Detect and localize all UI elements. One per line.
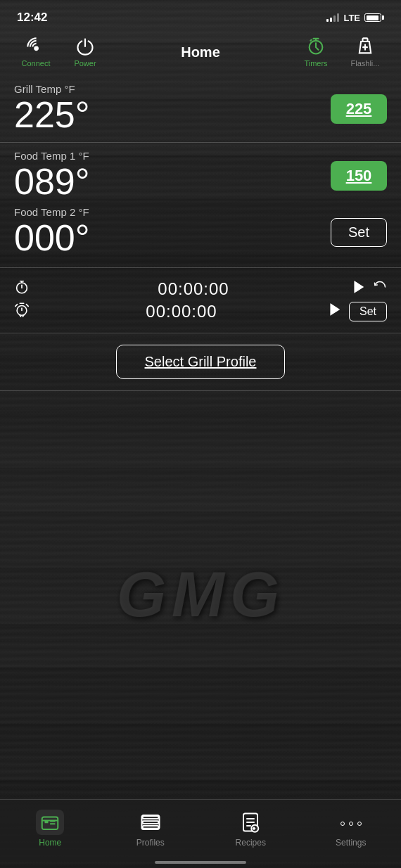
timer1-reset-button[interactable]	[373, 280, 387, 298]
nav-flashlight[interactable]: Flashli...	[340, 37, 390, 68]
battery-icon	[364, 13, 384, 22]
tab-recipes-label: Recipes	[236, 838, 266, 848]
signal-icon	[326, 13, 339, 22]
food-temp-section: Food Temp 1 °F 089° 150 Food Temp 2 °F 0…	[0, 143, 401, 267]
food-temp1-label: Food Temp 1 °F	[14, 150, 90, 162]
connect-label: Connect	[22, 59, 51, 68]
status-bar: 12:42 LTE	[0, 0, 401, 31]
svg-marker-4	[355, 282, 363, 293]
tab-bar: Home Profiles	[0, 799, 401, 862]
food-temp1-set-button[interactable]: 150	[331, 161, 387, 191]
timer2-row: 00:00:00 Set	[14, 302, 387, 321]
timer1-controls	[352, 280, 387, 298]
food-temp1-value: 089°	[14, 162, 90, 202]
svg-point-0	[34, 47, 38, 51]
food-temp2-row: Food Temp 2 °F 000° Set	[14, 206, 387, 258]
grill-temp-set-button[interactable]: 225	[331, 94, 387, 124]
svg-rect-10	[50, 823, 56, 824]
tab-profiles[interactable]: Profiles	[101, 807, 201, 850]
home-indicator	[0, 862, 401, 868]
alarm-icon	[14, 302, 35, 321]
lte-label: LTE	[343, 13, 360, 23]
status-icons: LTE	[326, 13, 384, 23]
timer1-row: 00:00:00	[14, 279, 387, 299]
select-grill-profile-button[interactable]: Select Grill Profile	[116, 345, 286, 379]
timers-label: Timers	[304, 59, 327, 68]
timer2-set-button[interactable]: Set	[349, 302, 387, 321]
tab-profiles-label: Profiles	[136, 838, 165, 848]
logo-area: GMG	[0, 391, 401, 799]
tab-settings-label: Settings	[336, 838, 366, 848]
svg-rect-7	[42, 817, 58, 830]
svg-rect-12	[143, 821, 159, 824]
timer2-controls: Set	[328, 302, 387, 321]
timer1-value: 00:00:00	[35, 279, 352, 299]
tab-home-label: Home	[39, 838, 61, 848]
timer1-play-button[interactable]	[352, 280, 366, 298]
timer-section: 00:00:00	[0, 268, 401, 333]
status-time: 12:42	[17, 11, 47, 25]
grill-temp-section: Grill Temp °F 225° 225	[0, 76, 401, 143]
tab-home[interactable]: Home	[0, 807, 101, 850]
power-label: Power	[74, 59, 96, 68]
food-temp2-label: Food Temp 2 °F	[14, 206, 90, 218]
svg-rect-13	[143, 826, 159, 829]
page-title: Home	[110, 44, 291, 60]
svg-rect-14	[141, 815, 159, 829]
nav-timers[interactable]: Timers	[291, 37, 340, 68]
flashlight-label: Flashli...	[351, 59, 380, 68]
grill-temp-label: Grill Temp °F	[14, 83, 90, 95]
nav-connect[interactable]: Connect	[11, 37, 61, 68]
top-nav: Connect Power Home Timers	[0, 31, 401, 76]
timer2-play-button[interactable]	[328, 302, 342, 320]
gmg-logo: GMG	[115, 559, 286, 632]
profile-section: Select Grill Profile	[0, 333, 401, 391]
food-temp2-value: 000°	[14, 218, 90, 258]
grill-temp-value: 225°	[14, 95, 90, 135]
home-bar	[155, 861, 246, 864]
svg-rect-11	[143, 816, 159, 819]
nav-power[interactable]: Power	[61, 37, 110, 68]
stopwatch-icon	[14, 279, 35, 298]
tab-settings[interactable]: Settings	[301, 807, 402, 850]
svg-marker-6	[331, 305, 339, 315]
food-temp2-set-button[interactable]: Set	[331, 218, 387, 247]
tab-recipes[interactable]: Recipes	[200, 807, 301, 850]
timer2-value: 00:00:00	[35, 302, 328, 321]
food-temp1-row: Food Temp 1 °F 089° 150	[14, 150, 387, 202]
